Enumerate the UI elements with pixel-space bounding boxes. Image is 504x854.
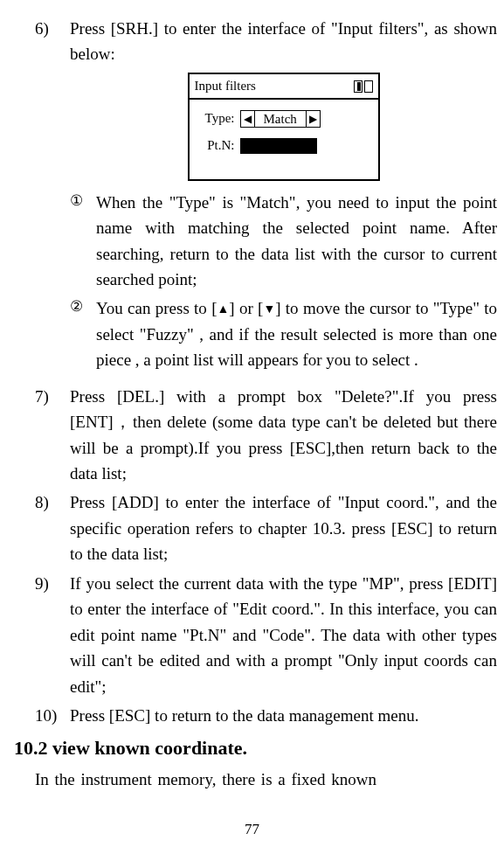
- section-heading: 10.2 view known coordinate.: [14, 737, 497, 760]
- ptn-label: Pt.N:: [198, 135, 240, 156]
- sub1-text: When the "Type" is "Match", you need to …: [96, 190, 497, 293]
- type-value: Match: [255, 111, 306, 127]
- item7-text: Press [DEL.] with a prompt box "Delete?"…: [70, 384, 497, 487]
- list-item-10: 10) Press [ESC] to return to the data ma…: [35, 703, 497, 728]
- left-arrow-icon[interactable]: ◀: [241, 111, 255, 127]
- dialog-title: Input filters: [195, 76, 256, 96]
- sublist-item-1: ① When the "Type" is "Match", you need t…: [70, 190, 497, 293]
- battery-icon: [354, 80, 362, 93]
- sub2-text: You can press to [▲] or [▼] to move the …: [96, 295, 497, 372]
- sublist-item-2: ② You can press to [▲] or [▼] to move th…: [70, 295, 497, 372]
- right-arrow-icon[interactable]: ▶: [306, 111, 320, 127]
- up-triangle-icon: ▲: [217, 300, 229, 319]
- list-num-10: 10): [35, 703, 70, 728]
- list-num-9: 9): [35, 571, 70, 699]
- page-number: 77: [0, 821, 504, 838]
- type-row: Type: ◀ Match ▶: [198, 108, 369, 128]
- diagram-container: Input filters Type: ◀ Match: [70, 73, 497, 181]
- ptn-input[interactable]: [240, 138, 317, 154]
- item8-text: Press [ADD] to enter the interface of "I…: [70, 489, 497, 566]
- list-item-7: 7) Press [DEL.] with a prompt box "Delet…: [35, 384, 497, 487]
- down-triangle-icon: ▼: [263, 300, 275, 319]
- section-paragraph: In the instrument memory, there is a fix…: [35, 767, 497, 792]
- list-item-9: 9) If you select the current data with t…: [35, 571, 497, 699]
- list-num-7: 7): [35, 384, 70, 487]
- circled-2: ②: [70, 295, 96, 372]
- item10-text: Press [ESC] to return to the data manage…: [70, 703, 497, 728]
- type-label: Type:: [198, 108, 240, 128]
- dialog-title-bar: Input filters: [190, 74, 378, 100]
- item6-text: Press [SRH.] to enter the interface of "…: [70, 19, 497, 63]
- list-num-8: 8): [35, 489, 70, 566]
- list-item-8: 8) Press [ADD] to enter the interface of…: [35, 489, 497, 566]
- list-item-6: 6) Press [SRH.] to enter the interface o…: [35, 16, 497, 380]
- battery-icons: [354, 80, 373, 93]
- input-filters-dialog: Input filters Type: ◀ Match: [188, 73, 380, 181]
- item9-text: If you select the current data with the …: [70, 571, 497, 699]
- circled-1: ①: [70, 190, 96, 293]
- type-selector[interactable]: ◀ Match ▶: [240, 110, 321, 128]
- battery-icon: [364, 80, 373, 93]
- ptn-row: Pt.N:: [198, 135, 369, 156]
- list-num-6: 6): [35, 16, 70, 380]
